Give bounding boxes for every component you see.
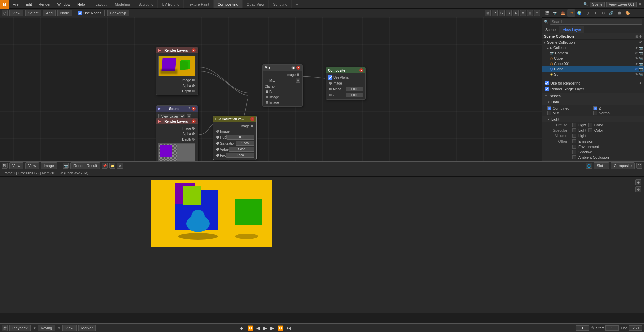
node-editor-type-icon[interactable]: ⬡	[2, 10, 8, 16]
comp-z-socket[interactable]	[329, 94, 332, 96]
fit-view-btn[interactable]: ⊞	[527, 10, 533, 16]
output-alpha-socket[interactable]	[192, 84, 195, 87]
tree-collection[interactable]: ▶ Collection 👁 📷	[542, 45, 644, 50]
tab-sculpting[interactable]: Sculpting	[134, 0, 158, 8]
val-socket[interactable]	[216, 148, 219, 151]
composite-btn[interactable]: Composite	[611, 162, 635, 169]
output-icon[interactable]: 📤	[559, 9, 567, 17]
combined-checkbox[interactable]: ✓	[547, 106, 551, 110]
g-btn[interactable]: G	[499, 10, 505, 16]
view-menu-btn[interactable]: View	[62, 325, 77, 331]
cube-render-btn[interactable]: 📷	[639, 57, 643, 60]
zoom-out-icon[interactable]: ⊖	[635, 186, 641, 192]
mix-output-socket[interactable]	[297, 73, 299, 76]
comp-image-socket[interactable]	[329, 82, 332, 85]
tree-plane[interactable]: ⬡ Plane 👁 📷	[542, 66, 644, 72]
add-menu-btn[interactable]: Add	[43, 10, 56, 16]
image-editor-type-icon[interactable]: 🖼	[2, 163, 8, 169]
zoom-in-icon[interactable]: ⊕	[635, 179, 641, 185]
r-btn[interactable]: R	[492, 10, 498, 16]
mix-options-btn[interactable]: ⊞	[291, 66, 295, 70]
a-btn[interactable]: A	[513, 10, 519, 16]
end-frame-input[interactable]	[629, 325, 642, 331]
image-viewer-area[interactable]: ⊕ ⊖	[0, 177, 644, 313]
view-menu-btn[interactable]: View	[9, 10, 23, 16]
render-single-layer-checkbox[interactable]	[545, 87, 549, 91]
comp-alpha-val[interactable]: 1.000	[346, 87, 363, 91]
jump-to-end-btn[interactable]: ⏭	[286, 325, 292, 331]
next-keyframe-btn[interactable]: ▶	[269, 325, 275, 331]
view-layer-selector[interactable]: View Layer 001	[606, 2, 637, 7]
channel-btn[interactable]: ≡	[534, 10, 540, 16]
tree-cube001[interactable]: ⬡ Cube.001 👁 📷	[542, 61, 644, 66]
backdrop-options-btn[interactable]: ⊞	[485, 10, 491, 16]
prev-keyframe-btn[interactable]: ◀	[255, 325, 261, 331]
zoom-btn[interactable]: ⊕	[520, 10, 526, 16]
menu-edit[interactable]: Edit	[22, 0, 35, 8]
view-layer-tab[interactable]: View Layer	[559, 26, 584, 33]
material-icon[interactable]: 🎨	[624, 9, 631, 17]
passes-header[interactable]: Passes	[542, 93, 644, 99]
use-nodes-input[interactable]	[78, 11, 82, 15]
fullscreen-icon[interactable]: ⛶	[636, 163, 642, 169]
sun-vis-btn[interactable]: 👁	[635, 73, 638, 76]
comp-z-val[interactable]: 1.000	[346, 93, 363, 97]
node-1-close-btn[interactable]: ✕	[192, 48, 196, 52]
tab-compositing[interactable]: Compositing	[214, 0, 243, 8]
scene-icon[interactable]: 🎬	[543, 9, 551, 17]
node-editor-canvas[interactable]: ▶ Render Layers ✕ Image	[0, 17, 542, 161]
image-view2-btn[interactable]: View	[25, 162, 39, 169]
sun-render-btn[interactable]: 📷	[639, 73, 643, 76]
hue-sat-output-socket[interactable]	[251, 125, 253, 127]
mix-fac-socket[interactable]	[266, 90, 268, 93]
specular-light-checkbox[interactable]	[572, 128, 576, 132]
tree-sun[interactable]: ☀ Sun 👁 📷	[542, 72, 644, 77]
start-frame-input[interactable]	[605, 325, 619, 331]
output-image-socket[interactable]	[192, 79, 195, 81]
slot-btn[interactable]: Slot 1	[594, 162, 609, 169]
fac-socket[interactable]	[216, 154, 219, 157]
light-subsection-header[interactable]: Light	[542, 116, 644, 122]
pin-icon[interactable]: 📌	[102, 163, 108, 169]
sat-socket[interactable]	[216, 142, 219, 145]
tab-add[interactable]: +	[292, 0, 302, 8]
collection-settings-icon[interactable]: ⚙	[639, 35, 642, 38]
menu-file[interactable]: File	[9, 0, 22, 8]
close-icon[interactable]: ✕	[638, 2, 641, 6]
particles-icon[interactable]: ✦	[592, 9, 599, 17]
play-btn[interactable]: ▶	[262, 325, 268, 331]
close-result-btn[interactable]: ✕	[117, 163, 123, 169]
render-icon[interactable]: 📷	[551, 9, 559, 17]
plane-render-btn[interactable]: 📷	[639, 67, 643, 71]
jump-to-start-btn[interactable]: ⏮	[238, 325, 245, 331]
environment-checkbox[interactable]	[572, 145, 576, 149]
tree-cube[interactable]: ⬡ Cube 👁 📷	[542, 56, 644, 61]
z-checkbox[interactable]: ✓	[593, 106, 597, 110]
node-2-close-btn[interactable]: ✕	[192, 119, 196, 123]
folder-icon[interactable]: 📁	[109, 163, 115, 169]
scene-col-vis[interactable]: 👁	[639, 40, 643, 44]
tab-scripting[interactable]: Scripting	[269, 0, 292, 8]
diffuse-color-checkbox[interactable]	[588, 123, 592, 127]
tab-layout[interactable]: Layout	[92, 0, 111, 8]
render-layers-node-1[interactable]: ▶ Render Layers ✕ Image	[156, 47, 198, 95]
hue-sat-input-socket[interactable]	[216, 130, 219, 133]
view-layer-icon[interactable]: 🗂	[567, 9, 575, 17]
diffuse-light-checkbox[interactable]	[572, 123, 576, 127]
ao-checkbox[interactable]	[572, 155, 576, 159]
tab-uv-editing[interactable]: UV Editing	[158, 0, 184, 8]
object-icon[interactable]: ⬡	[584, 9, 591, 17]
volume-light-checkbox[interactable]	[572, 134, 576, 138]
physics-icon[interactable]: ⚙	[600, 9, 607, 17]
collection-filter-icon[interactable]: ⊞	[635, 35, 638, 38]
tab-texture-paint[interactable]: Texture Paint	[184, 0, 213, 8]
next-frame-btn[interactable]: ⏩	[277, 325, 284, 331]
tree-scene-collection[interactable]: Scene Collection 👁	[542, 40, 644, 45]
mix-image2-socket[interactable]	[266, 101, 268, 104]
composite-close-btn[interactable]: ✕	[359, 68, 363, 72]
val-value[interactable]: 1.000	[229, 147, 254, 152]
playback-type-icon[interactable]: 🎬	[2, 325, 8, 331]
use-nodes-checkbox[interactable]: Use Nodes	[78, 11, 101, 15]
output-depth-socket[interactable]	[192, 90, 195, 92]
image-view-btn[interactable]: View	[9, 162, 23, 169]
